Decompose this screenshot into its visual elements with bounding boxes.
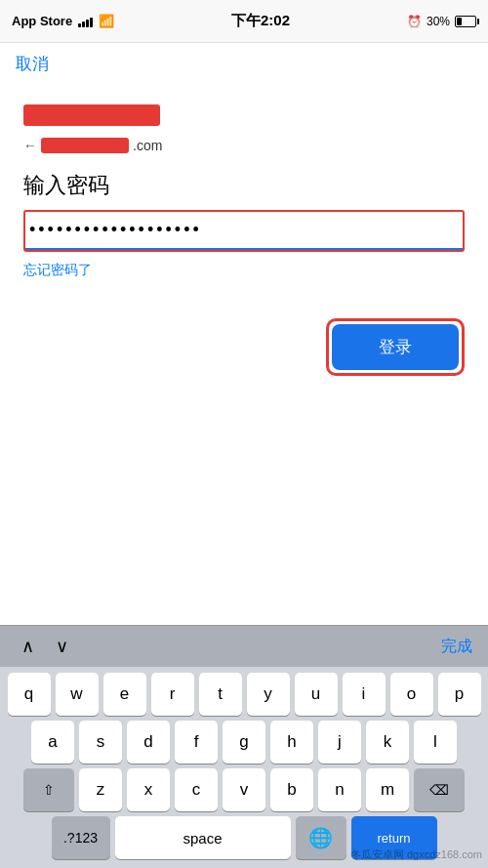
email-suffix: .com [133, 138, 162, 153]
key-t[interactable]: t [199, 673, 242, 716]
key-s[interactable]: s [79, 721, 122, 764]
back-arrow-icon: ← [23, 138, 37, 153]
battery-percent: 30% [427, 15, 450, 28]
key-i[interactable]: i [343, 673, 386, 716]
key-k[interactable]: k [366, 721, 409, 764]
key-e[interactable]: e [103, 673, 146, 716]
key-return[interactable]: return [351, 816, 437, 859]
key-g[interactable]: g [223, 721, 265, 764]
login-button[interactable]: 登录 [332, 324, 459, 370]
forgot-password-button[interactable]: 忘记密码了 [23, 262, 92, 279]
key-emoji[interactable]: 🌐 [296, 816, 346, 859]
keyboard-body: q w e r t y u i o p a s d f g h j k l ⇧ … [0, 667, 488, 868]
password-input[interactable] [25, 212, 463, 250]
key-a[interactable]: a [31, 721, 74, 764]
key-j[interactable]: j [318, 721, 361, 764]
signal-icon [78, 16, 93, 27]
username-block: ← .com [23, 104, 465, 153]
key-x[interactable]: x [127, 768, 170, 811]
password-label: 输入密码 [23, 171, 465, 200]
alarm-icon: ⏰ [407, 15, 422, 28]
nav-bar: 取消 [0, 43, 488, 85]
key-m[interactable]: m [366, 768, 409, 811]
key-v[interactable]: v [223, 768, 265, 811]
email-row: ← .com [23, 138, 465, 153]
keyboard-row-2: a s d f g h j k l [4, 721, 484, 764]
password-field-wrapper [23, 210, 465, 252]
keyboard-row-3: ⇧ z x c v b n m ⌫ [4, 768, 484, 811]
key-l[interactable]: l [414, 721, 457, 764]
arrow-up-button[interactable]: ∧ [16, 634, 40, 659]
status-right: ⏰ 30% [407, 15, 476, 28]
done-button[interactable]: 完成 [441, 637, 472, 657]
app-store-label: App Store [12, 14, 72, 28]
battery-icon [455, 16, 476, 27]
key-b[interactable]: b [270, 768, 313, 811]
wifi-icon: 📶 [99, 14, 114, 28]
key-d[interactable]: d [127, 721, 170, 764]
status-left: App Store 📶 [12, 14, 114, 28]
key-n[interactable]: n [318, 768, 361, 811]
key-space[interactable]: space [115, 816, 291, 859]
key-c[interactable]: c [175, 768, 218, 811]
key-shift[interactable]: ⇧ [23, 768, 74, 811]
keyboard-section: ∧ ∨ 完成 q w e r t y u i o p a s d f g h j… [0, 625, 488, 868]
key-r[interactable]: r [151, 673, 194, 716]
status-time: 下午2:02 [231, 12, 290, 30]
key-y[interactable]: y [247, 673, 290, 716]
key-u[interactable]: u [295, 673, 338, 716]
login-btn-area: 登录 [23, 318, 465, 376]
keyboard-row-1: q w e r t y u i o p [4, 673, 484, 716]
key-h[interactable]: h [270, 721, 313, 764]
form-area: ← .com 输入密码 忘记密码了 登录 [0, 85, 488, 395]
key-q[interactable]: q [8, 673, 51, 716]
key-p[interactable]: p [438, 673, 481, 716]
redacted-email-prefix [41, 138, 129, 153]
keyboard-toolbar: ∧ ∨ 完成 [0, 625, 488, 667]
cancel-button[interactable]: 取消 [16, 53, 49, 75]
keyboard-row-4: .?123 space 🌐 return [4, 816, 484, 859]
key-o[interactable]: o [390, 673, 433, 716]
login-btn-wrapper: 登录 [326, 318, 465, 376]
key-f[interactable]: f [175, 721, 218, 764]
key-z[interactable]: z [79, 768, 122, 811]
key-backspace[interactable]: ⌫ [414, 768, 465, 811]
arrow-down-button[interactable]: ∨ [50, 634, 74, 659]
key-numbers[interactable]: .?123 [52, 816, 110, 859]
redacted-username [23, 104, 160, 126]
nav-arrows: ∧ ∨ [16, 634, 74, 659]
status-bar: App Store 📶 下午2:02 ⏰ 30% [0, 0, 488, 43]
key-w[interactable]: w [56, 673, 99, 716]
